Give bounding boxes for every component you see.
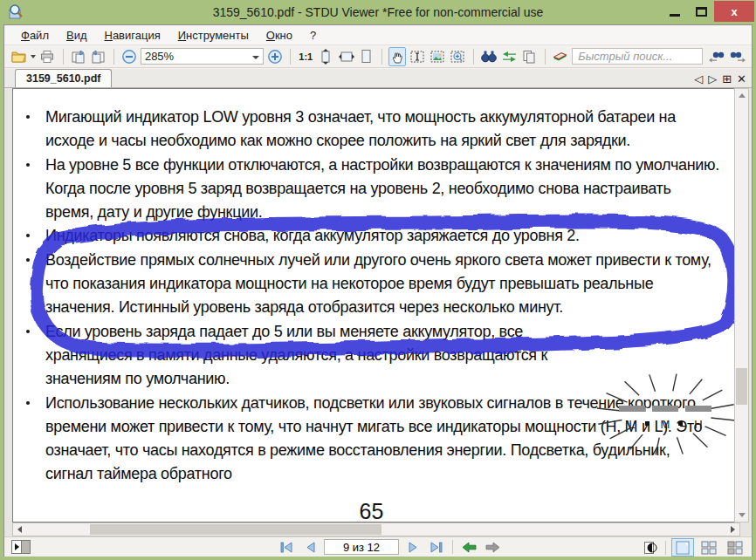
continuous-layout-button[interactable] — [724, 538, 746, 557]
find-previous-button[interactable] — [708, 47, 725, 66]
bullet-item: Мигающий индикатор LOW уровня 3 означает… — [13, 106, 730, 154]
tab-label: 3159_5610.pdf — [26, 72, 100, 85]
fit-page-icon — [361, 49, 372, 64]
single-page-layout-button[interactable] — [671, 538, 694, 557]
quick-search-input[interactable] — [572, 48, 703, 65]
window-content: ФайлВидНавигацияИнструментыОкно? — [3, 24, 753, 557]
tab-windows-icon[interactable]: ⊞ — [722, 72, 732, 85]
tab-scroll-right-icon[interactable]: ▷ — [708, 72, 717, 85]
zoom-out-icon — [121, 49, 137, 65]
fit-page-button[interactable] — [358, 47, 375, 66]
scroll-left-icon[interactable] — [13, 523, 26, 536]
print-button[interactable] — [38, 47, 56, 66]
scroll-down-icon[interactable] — [735, 509, 748, 522]
open-file-dropdown-caret[interactable] — [31, 55, 36, 58]
select-image-tool-button[interactable] — [429, 47, 446, 66]
find-next-icon — [730, 51, 746, 63]
zoom-region-tool-button[interactable] — [450, 47, 467, 66]
swap-pages-button[interactable] — [500, 47, 518, 66]
import-page-button[interactable] — [90, 47, 107, 66]
toolbar-separator — [545, 49, 546, 65]
actual-size-button[interactable]: 1:1 — [297, 47, 314, 66]
multi-page-layout-button[interactable] — [698, 538, 720, 557]
zoom-level-combobox[interactable]: 285% — [141, 48, 264, 65]
single-page-layout-icon — [675, 541, 691, 555]
pdf-page: Мигающий индикатор LOW уровня 3 означает… — [12, 88, 739, 522]
zoom-in-button[interactable] — [266, 47, 284, 66]
contrast-button[interactable] — [641, 540, 660, 556]
app-window: 3159_5610.pdf - STDU Viewer *Free for no… — [0, 0, 756, 560]
bookmarks-button[interactable] — [551, 47, 569, 66]
scroll-up-icon[interactable] — [735, 89, 748, 102]
copy-button[interactable] — [520, 47, 538, 66]
bullet-marker — [26, 115, 30, 119]
horizontal-scrollbar[interactable] — [12, 522, 740, 536]
history-forward-button[interactable] — [483, 539, 502, 555]
actual-size-icon: 1:1 — [299, 51, 313, 62]
export-page-icon — [71, 50, 86, 64]
swap-arrows-icon — [502, 50, 517, 63]
maximize-button[interactable] — [688, 1, 714, 22]
toolbar-separator — [63, 49, 64, 65]
previous-page-button[interactable] — [300, 539, 320, 555]
window-title: 3159_5610.pdf - STDU Viewer *Free for no… — [0, 5, 756, 19]
previous-page-icon — [306, 542, 315, 553]
menu-item[interactable]: Файл — [13, 26, 57, 44]
zoom-region-icon — [450, 50, 465, 64]
document-area: Мигающий индикатор LOW уровня 3 означает… — [4, 88, 752, 536]
export-page-button[interactable] — [69, 47, 86, 66]
printer-icon — [40, 50, 54, 64]
page-navigation — [277, 539, 502, 555]
bullet-text: Воздействие прямых солнечных лучей или д… — [45, 251, 711, 317]
document-tab[interactable]: 3159_5610.pdf — [15, 69, 112, 87]
first-page-button[interactable] — [277, 539, 296, 555]
last-page-button[interactable] — [427, 539, 446, 555]
next-page-button[interactable] — [403, 539, 423, 555]
history-back-button[interactable] — [459, 539, 478, 555]
indicator-label-l: L — [629, 418, 635, 431]
sidebar-toggle-icon — [14, 543, 19, 550]
menu-item[interactable]: Инструменты — [170, 26, 257, 44]
minimize-button[interactable] — [662, 1, 688, 22]
fit-width-icon — [339, 50, 354, 64]
vertical-scrollbar-thumb[interactable] — [736, 368, 747, 405]
tab-close-icon[interactable]: ✕ — [737, 72, 746, 85]
toolbar-separator — [473, 49, 474, 65]
bullet-marker — [26, 330, 30, 333]
sidebar-toggle-button[interactable] — [11, 540, 31, 554]
close-button[interactable]: x — [714, 1, 754, 22]
menu-item[interactable]: Навигация — [97, 26, 168, 44]
menu-item[interactable]: Окно — [258, 26, 300, 44]
open-folder-icon — [11, 50, 26, 63]
page-number: 65 — [13, 499, 730, 522]
bullet-text: На уровне 5 все функции отключаются, а н… — [45, 156, 719, 222]
statusbar-separator — [452, 540, 453, 554]
select-image-icon — [430, 50, 445, 64]
last-page-icon — [430, 542, 443, 553]
menu-item[interactable]: Вид — [58, 26, 95, 44]
hand-tool-button[interactable] — [388, 47, 406, 66]
scroll-right-icon[interactable] — [726, 523, 739, 536]
page-indicator-field[interactable] — [324, 539, 399, 555]
fit-height-icon — [320, 49, 332, 65]
vertical-scrollbar[interactable] — [734, 88, 749, 522]
app-logo-icon — [7, 3, 24, 21]
zoom-dropdown-caret[interactable] — [252, 56, 259, 59]
fit-height-button[interactable] — [317, 47, 334, 66]
bullet-item: На уровне 5 все функции отключаются, а н… — [13, 154, 730, 225]
menu-item[interactable]: ? — [302, 26, 324, 44]
fit-width-button[interactable] — [338, 47, 355, 66]
tab-scroll-left-icon[interactable]: ◁ — [694, 72, 703, 85]
horizontal-scrollbar-thumb[interactable] — [90, 524, 381, 535]
view-options — [641, 538, 746, 557]
bullet-marker — [26, 401, 30, 405]
find-button[interactable] — [480, 47, 498, 66]
status-bar — [4, 536, 752, 557]
next-page-icon — [409, 542, 418, 553]
contrast-icon — [643, 541, 657, 555]
menu-bar: ФайлВидНавигацияИнструментыОкно? — [4, 25, 752, 44]
zoom-out-button[interactable] — [120, 47, 138, 66]
select-text-tool-button[interactable] — [409, 47, 426, 66]
open-file-button[interactable] — [10, 47, 27, 66]
find-next-button[interactable] — [729, 47, 746, 66]
